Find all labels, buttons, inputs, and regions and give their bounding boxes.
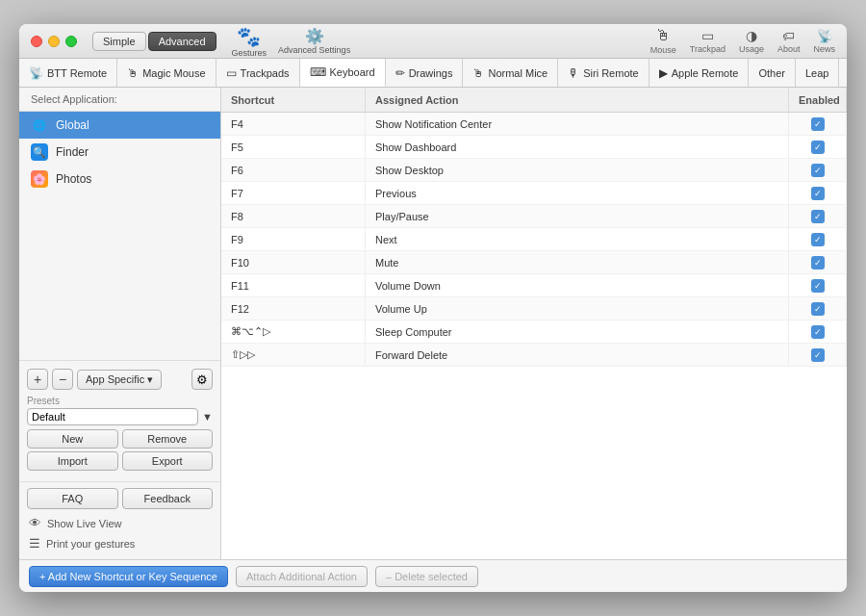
shortcut-cell: F7	[221, 182, 366, 204]
action-cell: Show Desktop	[366, 159, 789, 181]
tab-siri-remote[interactable]: 🎙 Siri Remote	[558, 59, 649, 87]
enabled-cell[interactable]: ✓	[789, 113, 847, 135]
titlebar-icon-group: 🖱 Mouse ▭ Trackpad ◑ Usage 🏷 About 📡 New…	[650, 27, 835, 55]
remove-app-button[interactable]: −	[52, 369, 73, 390]
checkmark-icon: ✓	[811, 302, 825, 316]
trackpad-icon-group[interactable]: ▭ Trackpad	[690, 28, 726, 54]
checkmark-icon: ✓	[811, 117, 825, 131]
feedback-button[interactable]: Feedback	[122, 488, 214, 509]
action-cell: Volume Up	[366, 297, 789, 320]
enabled-cell[interactable]: ✓	[789, 251, 847, 273]
remove-preset-button[interactable]: Remove	[122, 429, 214, 449]
tab-normal-mice-label: Normal Mice	[488, 67, 548, 79]
drawings-icon: ✏	[395, 66, 405, 80]
action-cell: Show Notification Center	[366, 113, 789, 135]
shortcut-cell: F11	[221, 274, 366, 296]
table-row[interactable]: F8Play/Pause✓	[221, 205, 847, 228]
enabled-column-header: Enabled	[789, 88, 847, 112]
magic-mouse-icon: 🖱	[127, 66, 139, 80]
print-gestures-button[interactable]: ☰ Print your gestures	[27, 533, 213, 553]
sidebar-item-photos-label: Photos	[56, 172, 91, 186]
export-button[interactable]: Export	[122, 451, 214, 471]
gear-button[interactable]: ⚙	[191, 369, 213, 390]
checkmark-icon: ✓	[811, 279, 825, 293]
enabled-cell[interactable]: ✓	[789, 297, 847, 320]
faq-button[interactable]: FAQ	[27, 488, 118, 509]
maximize-button[interactable]	[65, 36, 77, 47]
sidebar-item-global[interactable]: 🌐 Global	[19, 112, 220, 139]
import-export-row: Import Export	[27, 451, 213, 471]
tab-drawings[interactable]: ✏ Drawings	[386, 59, 464, 87]
checkmark-icon: ✓	[811, 164, 825, 177]
checkmark-icon: ✓	[811, 233, 825, 246]
enabled-cell[interactable]: ✓	[789, 344, 847, 366]
enabled-cell[interactable]: ✓	[789, 205, 847, 227]
enabled-cell[interactable]: ✓	[789, 321, 847, 343]
tab-magic-mouse[interactable]: 🖱 Magic Mouse	[117, 59, 216, 87]
bottom-buttons: FAQ Feedback 👁 Show Live View ☰ Print yo…	[19, 481, 220, 559]
sidebar-item-finder[interactable]: 🔍 Finder	[19, 139, 220, 166]
usage-label: Usage	[739, 44, 764, 54]
add-app-button[interactable]: +	[27, 369, 48, 390]
table-row[interactable]: F5Show Dashboard✓	[221, 136, 847, 159]
table-row[interactable]: ⇧▷▷Forward Delete✓	[221, 344, 847, 367]
sidebar-item-finder-label: Finder	[56, 145, 89, 159]
about-icon-group[interactable]: 🏷 About	[777, 29, 801, 54]
shortcut-cell: F8	[221, 205, 366, 227]
enabled-cell[interactable]: ✓	[789, 274, 847, 296]
action-cell: Sleep Computer	[366, 321, 789, 343]
news-icon-group[interactable]: 📡 News	[813, 29, 835, 54]
tab-leap[interactable]: Leap	[796, 59, 839, 87]
preset-select-arrow: ▼	[202, 411, 213, 423]
new-remove-row: New Remove	[27, 429, 213, 449]
tab-keyboard[interactable]: ⌨ Keyboard	[300, 59, 386, 87]
checkmark-icon: ✓	[811, 348, 825, 362]
import-button[interactable]: Import	[27, 451, 118, 471]
sidebar-item-photos[interactable]: 🌸 Photos	[19, 166, 220, 192]
simple-button[interactable]: Simple	[92, 32, 146, 51]
sidebar-item-global-label: Global	[56, 118, 89, 132]
enabled-cell[interactable]: ✓	[789, 182, 847, 204]
tab-trackpads[interactable]: ▭ Trackpads	[216, 59, 300, 87]
table-row[interactable]: F10Mute✓	[221, 251, 847, 274]
advanced-button[interactable]: Advanced	[148, 32, 216, 51]
table-row[interactable]: F6Show Desktop✓	[221, 159, 847, 182]
app-specific-button[interactable]: App Specific ▾	[77, 370, 162, 390]
enabled-cell[interactable]: ✓	[789, 228, 847, 250]
mouse-icon-group[interactable]: 🖱 Mouse	[650, 27, 676, 55]
tab-btt-remote[interactable]: 📡 BTT Remote	[19, 59, 117, 87]
new-preset-button[interactable]: New	[27, 429, 118, 449]
advanced-settings-icon: ⚙️	[305, 27, 324, 45]
table-row[interactable]: F9Next✓	[221, 228, 847, 251]
usage-icon-group[interactable]: ◑ Usage	[739, 28, 764, 54]
table-row[interactable]: F11Volume Down✓	[221, 274, 847, 297]
enabled-cell[interactable]: ✓	[789, 136, 847, 158]
show-live-view-button[interactable]: 👁 Show Live View	[27, 513, 213, 533]
delete-selected-button[interactable]: – Delete selected	[375, 566, 478, 587]
attach-action-button[interactable]: Attach Additional Action	[236, 566, 368, 587]
table-row[interactable]: F4Show Notification Center✓	[221, 113, 847, 136]
tab-apple-remote[interactable]: ▶ Apple Remote	[650, 59, 750, 87]
table-row[interactable]: F12Volume Up✓	[221, 297, 847, 321]
trackpads-icon: ▭	[226, 66, 237, 80]
table-row[interactable]: F7Previous✓	[221, 182, 847, 205]
print-icon: ☰	[29, 536, 40, 551]
table-row[interactable]: ⌘⌥⌃▷Sleep Computer✓	[221, 321, 847, 344]
news-icon: 📡	[817, 29, 832, 43]
usage-icon: ◑	[746, 28, 757, 43]
preset-select[interactable]: Default	[27, 408, 198, 425]
sidebar-list: 🌐 Global 🔍 Finder 🌸 Photos	[19, 112, 220, 360]
enabled-cell[interactable]: ✓	[789, 159, 847, 181]
tab-other[interactable]: Other	[749, 59, 796, 87]
tab-drawings-label: Drawings	[409, 67, 453, 79]
mode-buttons: Simple Advanced	[92, 32, 216, 51]
eye-icon: 👁	[29, 516, 41, 530]
add-shortcut-button[interactable]: + Add New Shortcut or Key Sequence	[29, 566, 228, 587]
about-icon: 🏷	[782, 29, 795, 43]
close-button[interactable]	[31, 36, 42, 47]
news-label: News	[813, 44, 835, 54]
preset-select-row: Default ▼	[27, 408, 213, 425]
shortcut-cell: ⇧▷▷	[221, 344, 366, 366]
minimize-button[interactable]	[48, 36, 60, 47]
tab-normal-mice[interactable]: 🖱 Normal Mice	[463, 59, 558, 87]
